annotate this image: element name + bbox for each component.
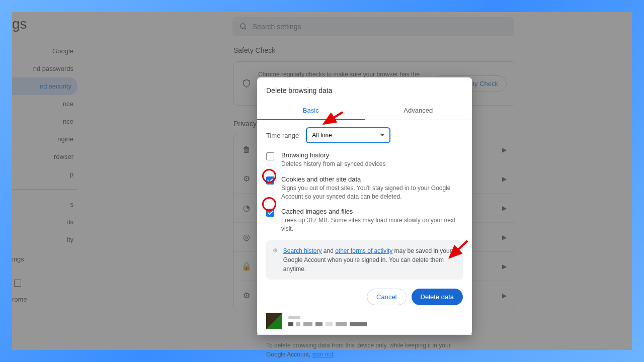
- other-activity-link[interactable]: other forms of activity: [335, 247, 392, 254]
- row-browsing-history[interactable]: Browsing history Deletes history from al…: [266, 151, 463, 168]
- check-title: Cached images and files: [281, 208, 463, 215]
- avatar: [266, 313, 282, 329]
- dialog-title: Delete browsing data: [257, 77, 472, 102]
- tab-basic[interactable]: Basic: [257, 102, 365, 120]
- check-title: Cookies and other site data: [281, 175, 463, 183]
- delete-data-button[interactable]: Delete data: [412, 289, 463, 305]
- search-history-link[interactable]: Search history: [283, 247, 322, 254]
- dialog-tabs: Basic Advanced: [257, 102, 472, 120]
- google-account-info-box: G Search history and other forms of acti…: [266, 240, 463, 280]
- time-range-select[interactable]: All time: [306, 127, 390, 143]
- dialog-footer-text: To delete browsing data from this device…: [257, 335, 472, 362]
- delete-browsing-data-dialog: Delete browsing data Basic Advanced Time…: [257, 77, 472, 335]
- google-g-icon: G: [273, 246, 277, 254]
- check-sub: Signs you out of most sites. You'll stay…: [281, 184, 463, 201]
- check-title: Browsing history: [281, 151, 463, 159]
- checkbox-browsing-history[interactable]: [266, 152, 274, 160]
- check-sub: Frees up 317 MB. Some sites may load mor…: [281, 216, 463, 233]
- row-cookies[interactable]: Cookies and other site data Signs you ou…: [266, 175, 463, 201]
- checkbox-cookies[interactable]: [266, 176, 274, 185]
- tab-advanced[interactable]: Advanced: [365, 102, 472, 120]
- svg-text:G: G: [274, 249, 276, 251]
- account-row: [257, 305, 472, 335]
- time-range-label: Time range: [266, 132, 299, 139]
- checkbox-cache[interactable]: [266, 209, 274, 217]
- row-cache[interactable]: Cached images and files Frees up 317 MB.…: [266, 208, 463, 233]
- cancel-button[interactable]: Cancel: [367, 289, 406, 305]
- sign-out-link[interactable]: sign out: [312, 351, 333, 358]
- check-sub: Deletes history from all synced devices: [281, 160, 463, 168]
